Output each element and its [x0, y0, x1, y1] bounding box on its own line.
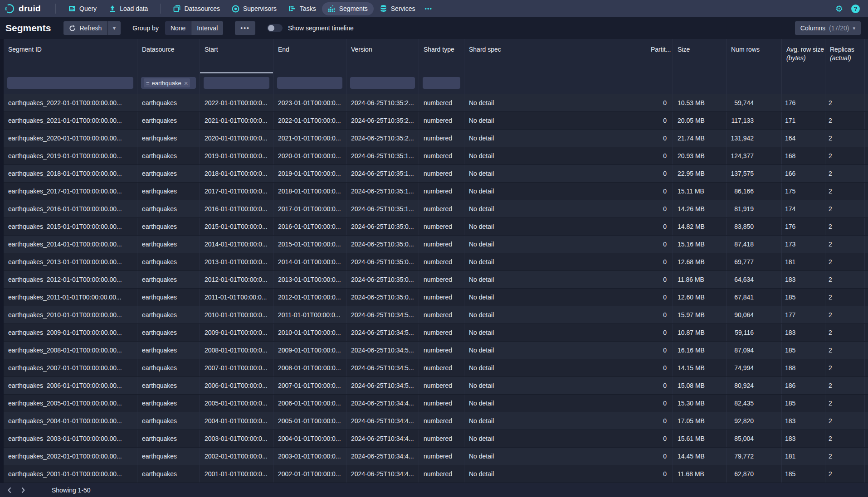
- cell-size[interactable]: 11.68 MB: [673, 465, 727, 483]
- cell-version[interactable]: 2024-06-25T10:35:1...: [346, 165, 419, 182]
- cell-datasource[interactable]: earthquakes: [137, 359, 200, 376]
- segment-row[interactable]: earthquakes_2006-01-01T00:00:00.00...ear…: [4, 377, 868, 395]
- cell-version[interactable]: 2024-06-25T10:35:0...: [346, 253, 419, 270]
- cell-replicas[interactable]: 2: [825, 165, 865, 182]
- cell-start[interactable]: 2021-01-01T00:00:0...: [200, 112, 273, 129]
- cell-end[interactable]: 2002-01-01T00:00:0...: [273, 465, 346, 483]
- segment-row[interactable]: earthquakes_2016-01-01T00:00:00.00...ear…: [4, 200, 868, 218]
- cell-partit[interactable]: 0: [646, 200, 673, 217]
- cell-shard-type[interactable]: numbered: [419, 165, 464, 182]
- cell-avg-row-size[interactable]: 175: [782, 183, 825, 200]
- cell-partit[interactable]: 0: [646, 130, 673, 147]
- column-header-start[interactable]: Start: [200, 39, 273, 73]
- cell-segment-id[interactable]: earthquakes_2007-01-01T00:00:00.00...: [4, 359, 137, 376]
- cell-end[interactable]: 2005-01-01T00:00:0...: [273, 412, 346, 429]
- cell-segment-id[interactable]: earthquakes_2008-01-01T00:00:00.00...: [4, 342, 137, 359]
- cell-segment-id[interactable]: earthquakes_2020-01-01T00:00:00.00...: [4, 130, 137, 147]
- column-header-shard-spec[interactable]: Shard spec: [464, 39, 646, 73]
- cell-avg-row-size[interactable]: 183: [782, 324, 825, 341]
- cell-shard-spec[interactable]: No detail: [464, 200, 646, 217]
- cell-num-rows[interactable]: 87,094: [727, 342, 782, 359]
- cell-start[interactable]: 2004-01-01T00:00:0...: [200, 412, 273, 429]
- cell-shard-type[interactable]: numbered: [419, 183, 464, 200]
- cell-shard-spec[interactable]: No detail: [464, 395, 646, 412]
- cell-end[interactable]: 2003-01-01T00:00:0...: [273, 448, 346, 465]
- cell-end[interactable]: 2009-01-01T00:00:0...: [273, 342, 346, 359]
- cell-datasource[interactable]: earthquakes: [137, 448, 200, 465]
- cell-replicas[interactable]: 2: [825, 218, 865, 235]
- cell-avg-row-size[interactable]: 177: [782, 306, 825, 323]
- cell-re[interactable]: 2: [865, 448, 868, 465]
- datasource-filter-tag[interactable]: =earthquake×: [144, 78, 190, 87]
- cell-shard-spec[interactable]: No detail: [464, 324, 646, 341]
- cell-datasource[interactable]: earthquakes: [137, 324, 200, 341]
- cell-num-rows[interactable]: 69,777: [727, 253, 782, 270]
- cell-start[interactable]: 2006-01-01T00:00:0...: [200, 377, 273, 394]
- cell-replicas[interactable]: 2: [825, 412, 865, 429]
- refresh-button[interactable]: Refresh: [63, 21, 107, 35]
- cell-size[interactable]: 12.60 MB: [673, 289, 727, 306]
- cell-size[interactable]: 10.53 MB: [673, 94, 727, 111]
- cell-shard-type[interactable]: numbered: [419, 306, 464, 323]
- cell-num-rows[interactable]: 74,994: [727, 359, 782, 376]
- cell-avg-row-size[interactable]: 183: [782, 430, 825, 447]
- cell-datasource[interactable]: earthquakes: [137, 236, 200, 253]
- column-header-version[interactable]: Version: [346, 39, 419, 73]
- cell-replicas[interactable]: 2: [825, 271, 865, 288]
- cell-size[interactable]: 22.95 MB: [673, 165, 727, 182]
- column-header-re[interactable]: Re(c: [865, 39, 868, 73]
- cell-datasource[interactable]: earthquakes: [137, 412, 200, 429]
- column-header-end[interactable]: End: [273, 39, 346, 73]
- cell-re[interactable]: 2: [865, 183, 868, 200]
- cell-avg-row-size[interactable]: 174: [782, 200, 825, 217]
- cell-shard-spec[interactable]: No detail: [464, 306, 646, 323]
- cell-avg-row-size[interactable]: 166: [782, 165, 825, 182]
- cell-segment-id[interactable]: earthquakes_2017-01-01T00:00:00.00...: [4, 183, 137, 200]
- cell-segment-id[interactable]: earthquakes_2006-01-01T00:00:00.00...: [4, 377, 137, 394]
- cell-shard-type[interactable]: numbered: [419, 448, 464, 465]
- cell-num-rows[interactable]: 137,575: [727, 165, 782, 182]
- cell-datasource[interactable]: earthquakes: [137, 395, 200, 412]
- cell-avg-row-size[interactable]: 185: [782, 342, 825, 359]
- cell-end[interactable]: 2006-01-01T00:00:0...: [273, 395, 346, 412]
- column-header-avg-row-size[interactable]: Avg. row size(bytes): [782, 39, 825, 73]
- cell-num-rows[interactable]: 85,004: [727, 430, 782, 447]
- cell-end[interactable]: 2021-01-01T00:00:0...: [273, 130, 346, 147]
- cell-partit[interactable]: 0: [646, 306, 673, 323]
- previous-page-button[interactable]: [4, 484, 15, 496]
- cell-partit[interactable]: 0: [646, 324, 673, 341]
- cell-partit[interactable]: 0: [646, 359, 673, 376]
- cell-replicas[interactable]: 2: [825, 147, 865, 164]
- cell-shard-type[interactable]: numbered: [419, 377, 464, 394]
- cell-end[interactable]: 2015-01-01T00:00:0...: [273, 236, 346, 253]
- cell-size[interactable]: 20.93 MB: [673, 147, 727, 164]
- cell-shard-type[interactable]: numbered: [419, 147, 464, 164]
- cell-end[interactable]: 2011-01-01T00:00:0...: [273, 306, 346, 323]
- cell-shard-type[interactable]: numbered: [419, 395, 464, 412]
- cell-re[interactable]: 2: [865, 271, 868, 288]
- cell-size[interactable]: 15.61 MB: [673, 430, 727, 447]
- cell-datasource[interactable]: earthquakes: [137, 147, 200, 164]
- cell-end[interactable]: 2018-01-01T00:00:0...: [273, 183, 346, 200]
- cell-datasource[interactable]: earthquakes: [137, 271, 200, 288]
- cell-version[interactable]: 2024-06-25T10:34:5...: [346, 306, 419, 323]
- cell-segment-id[interactable]: earthquakes_2016-01-01T00:00:00.00...: [4, 200, 137, 217]
- help-icon[interactable]: ?: [851, 5, 860, 13]
- cell-version[interactable]: 2024-06-25T10:34:4...: [346, 448, 419, 465]
- cell-re[interactable]: 2: [865, 130, 868, 147]
- cell-size[interactable]: 17.05 MB: [673, 412, 727, 429]
- cell-partit[interactable]: 0: [646, 342, 673, 359]
- cell-avg-row-size[interactable]: 185: [782, 395, 825, 412]
- cell-segment-id[interactable]: earthquakes_2019-01-01T00:00:00.00...: [4, 147, 137, 164]
- cell-shard-type[interactable]: numbered: [419, 271, 464, 288]
- segment-row[interactable]: earthquakes_2019-01-01T00:00:00.00...ear…: [4, 147, 868, 165]
- segment-row[interactable]: earthquakes_2013-01-01T00:00:00.00...ear…: [4, 253, 868, 271]
- cell-version[interactable]: 2024-06-25T10:34:5...: [346, 359, 419, 376]
- cell-replicas[interactable]: 2: [825, 289, 865, 306]
- remove-filter-icon[interactable]: ×: [184, 79, 188, 87]
- cell-re[interactable]: 2: [865, 359, 868, 376]
- cell-end[interactable]: 2016-01-01T00:00:0...: [273, 218, 346, 235]
- cell-segment-id[interactable]: earthquakes_2018-01-01T00:00:00.00...: [4, 165, 137, 182]
- cell-num-rows[interactable]: 79,772: [727, 448, 782, 465]
- cell-end[interactable]: 2004-01-01T00:00:0...: [273, 430, 346, 447]
